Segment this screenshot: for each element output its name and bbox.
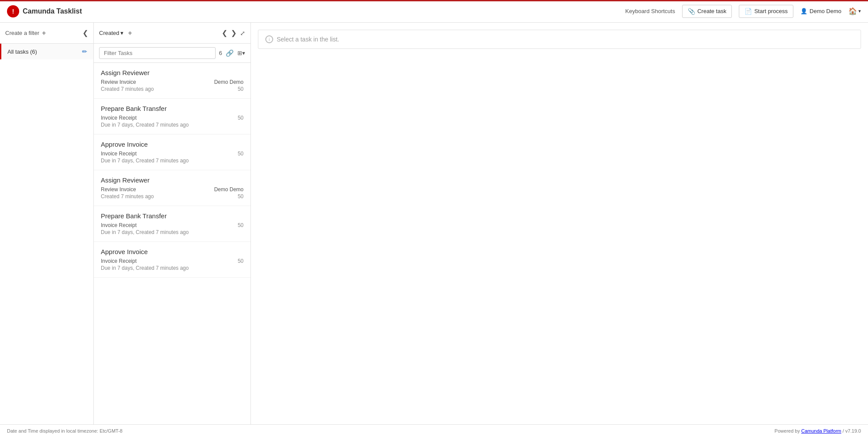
sidebar-item-all-tasks[interactable]: All tasks (6) ✏ [0,44,93,59]
task-priority: 50 [238,151,244,157]
user-icon: 👤 [800,8,807,14]
task-process: Review Invoice [101,186,154,193]
task-list-panel: Created + ❮ ❯ ⤢ 6 🔗 ⊞▾ Assign Reviewer R… [94,23,251,424]
task-time: Due in 7 days, Created 7 minutes ago [101,122,189,128]
task-list-header: Created + ❮ ❯ ⤢ [94,23,250,44]
logo-icon: ! [7,5,19,17]
task-title: Assign Reviewer [101,176,244,184]
add-filter-button[interactable]: + [128,29,132,37]
task-time: Due in 7 days, Created 7 minutes ago [101,229,189,235]
sort-by-created-button[interactable]: Created [99,30,124,36]
task-process: Invoice Receipt [101,115,189,121]
task-title: Prepare Bank Transfer [101,212,244,220]
panel-prev-button[interactable]: ❮ [222,30,227,37]
info-icon: i [265,35,273,43]
task-time: Created 7 minutes ago [101,86,154,92]
task-priority: 50 [238,258,244,264]
task-assignee: Demo Demo [214,186,244,193]
task-count: 6 [219,50,222,56]
task-priority: 50 [238,86,244,92]
task-process: Review Invoice [101,79,154,85]
task-item[interactable]: Approve Invoice Invoice Receipt Due in 7… [94,242,250,278]
filter-link-icon[interactable]: 🔗 [226,49,234,57]
footer-timezone: Date and Time displayed in local timezon… [7,428,123,434]
detail-empty-state: i Select a task in the list. [251,23,868,424]
footer: Date and Time displayed in local timezon… [0,424,868,437]
sidebar-item-label: All tasks (6) [7,48,37,55]
task-priority: 50 [238,222,244,228]
home-icon: 🏠 [848,7,857,15]
keyboard-shortcuts-link[interactable]: Keyboard Shortcuts [625,8,675,14]
task-time: Due in 7 days, Created 7 minutes ago [101,158,189,164]
user-menu[interactable]: 👤 Demo Demo [800,8,841,14]
panel-next-button[interactable]: ❯ [231,30,237,37]
task-title: Approve Invoice [101,141,244,148]
task-item[interactable]: Assign Reviewer Review Invoice Created 7… [94,170,250,206]
app-logo: ! Camunda Tasklist [7,5,82,17]
task-item[interactable]: Prepare Bank Transfer Invoice Receipt Du… [94,206,250,242]
top-bar: ! Camunda Tasklist Keyboard Shortcuts 📎 … [0,0,868,23]
task-item[interactable]: Prepare Bank Transfer Invoice Receipt Du… [94,99,250,134]
home-chevron-icon: ▾ [858,8,861,14]
task-process: Invoice Receipt [101,151,189,157]
task-assignee: Demo Demo [214,79,244,85]
filter-tasks-input[interactable] [99,47,216,59]
sort-options-button[interactable]: ⊞▾ [237,50,245,56]
main-layout: Create a filter + ❮ All tasks (6) ✏ Crea… [0,23,868,424]
task-priority: 50 [238,193,244,200]
task-title: Prepare Bank Transfer [101,105,244,112]
detail-empty-message: Select a task in the list. [277,36,339,43]
camunda-platform-link[interactable]: Camunda Platform [801,428,841,434]
create-task-button[interactable]: 📎 Create task [682,5,732,18]
task-priority: 50 [238,115,244,121]
home-button[interactable]: 🏠 ▾ [848,7,861,15]
task-item[interactable]: Approve Invoice Invoice Receipt Due in 7… [94,134,250,170]
start-process-icon: 📄 [744,8,752,15]
task-process: Invoice Receipt [101,222,189,228]
start-process-button[interactable]: 📄 Start process [739,5,793,18]
task-title: Approve Invoice [101,248,244,255]
sidebar: Create a filter + ❮ All tasks (6) ✏ [0,23,94,424]
sidebar-header: Create a filter + ❮ [0,23,93,44]
top-bar-actions: Keyboard Shortcuts 📎 Create task 📄 Start… [625,5,861,18]
edit-filter-icon[interactable]: ✏ [82,48,87,55]
footer-version: Powered by Camunda Platform / v7.19.0 [775,428,861,434]
task-list: Assign Reviewer Review Invoice Created 7… [94,63,250,424]
filter-bar: 6 🔗 ⊞▾ [94,44,250,63]
expand-panel-button[interactable]: ⤢ [240,30,245,37]
create-task-icon: 📎 [688,8,695,15]
sidebar-collapse-button[interactable]: ❮ [82,30,88,37]
app-title: Camunda Tasklist [23,7,82,15]
create-filter-button[interactable]: Create a filter + [5,29,46,37]
task-process: Invoice Receipt [101,258,189,264]
task-time: Created 7 minutes ago [101,193,154,200]
detail-panel: i Select a task in the list. [251,23,868,424]
task-item[interactable]: Assign Reviewer Review Invoice Created 7… [94,63,250,99]
task-time: Due in 7 days, Created 7 minutes ago [101,265,189,271]
task-title: Assign Reviewer [101,69,244,76]
